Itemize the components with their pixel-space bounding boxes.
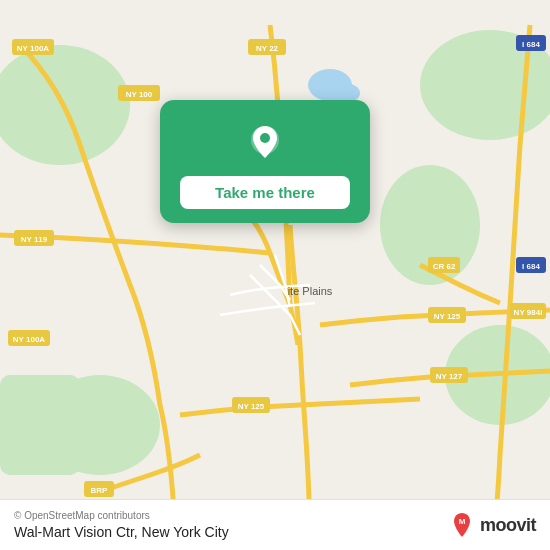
svg-text:ite Plains: ite Plains [288,285,333,297]
action-card: Take me there [160,100,370,223]
road-label-ny127: NY 127 [436,372,463,381]
svg-point-23 [260,133,270,143]
bottom-bar: © OpenStreetMap contributors Wal-Mart Vi… [0,499,550,550]
road-label-ny100a-mid: NY 100A [13,335,46,344]
road-label-ny125-bot: NY 125 [238,402,265,411]
road-label-i684-mid: I 684 [522,262,540,271]
road-label-ny119: NY 119 [21,235,48,244]
road-label-i684-top: I 684 [522,40,540,49]
road-label-ny984i: NY 984i [514,308,543,317]
location-pin-icon [241,118,289,166]
road-label-ny22: NY 22 [256,44,279,53]
map-svg: NY 100A NY 22 I 684 NY 100 NY 119 NY 100… [0,0,550,550]
location-name: Wal-Mart Vision Ctr, New York City [14,524,229,540]
map-container: NY 100A NY 22 I 684 NY 100 NY 119 NY 100… [0,0,550,550]
moovit-brand-text: moovit [480,515,536,536]
road-label-ny125-right: NY 125 [434,312,461,321]
road-label-ny100: NY 100 [126,90,153,99]
moovit-brand-icon: M [448,511,476,539]
svg-rect-5 [0,375,80,475]
take-me-there-button[interactable]: Take me there [180,176,350,209]
road-label-brp: BRP [91,486,109,495]
bottom-left: © OpenStreetMap contributors Wal-Mart Vi… [14,510,229,540]
copyright-text: © OpenStreetMap contributors [14,510,229,521]
road-label-cr62: CR 62 [433,262,456,271]
moovit-logo: M moovit [448,511,536,539]
road-label-ny100a-top: NY 100A [17,44,50,53]
svg-text:M: M [459,517,466,526]
